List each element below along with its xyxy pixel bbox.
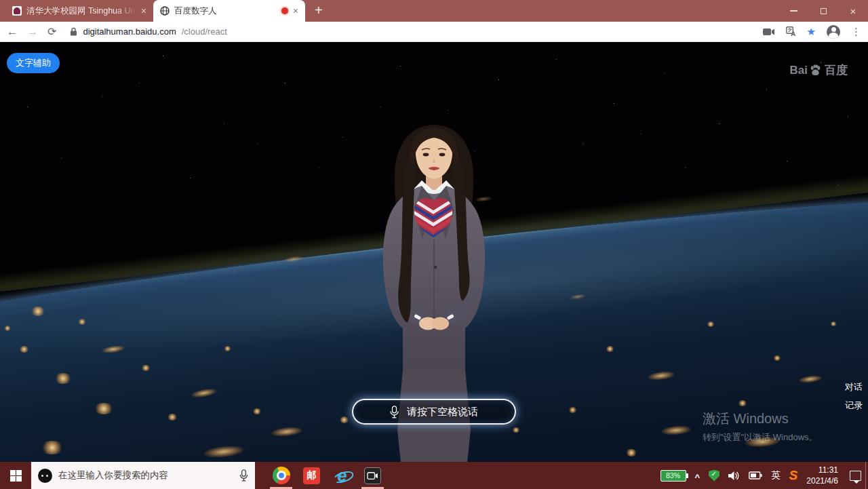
- city-light: [41, 441, 64, 454]
- reload-icon[interactable]: ⟳: [47, 26, 56, 37]
- city-light: [830, 321, 837, 326]
- bookmark-star-icon[interactable]: ★: [807, 26, 816, 38]
- tab-title: 清华大学校园网 Tsinghua Univ: [26, 5, 136, 17]
- taskbar-ie-button[interactable]: e: [327, 462, 357, 489]
- browser-menu-icon[interactable]: ⋮: [851, 26, 861, 38]
- minimize-icon: [790, 10, 797, 12]
- clock-date: 2021/4/6: [806, 475, 838, 486]
- tab-capture-icon[interactable]: [763, 28, 775, 36]
- lock-icon: [70, 27, 77, 36]
- city-light: [141, 365, 151, 371]
- url-path: /cloud/react: [182, 26, 227, 37]
- browser-titlebar: 清华大学校园网 Tsinghua Univ × 百度数字人 × + ×: [0, 0, 868, 22]
- activation-title: 激活 Windows: [703, 410, 818, 428]
- maximize-button[interactable]: [808, 0, 838, 22]
- city-light: [606, 346, 614, 352]
- input-language-indicator[interactable]: 英: [771, 469, 781, 482]
- tray-expand-icon[interactable]: ^: [695, 472, 701, 482]
- taskbar-mail-button[interactable]: 邮: [296, 462, 327, 489]
- tab-close-icon[interactable]: ×: [141, 6, 146, 16]
- recording-indicator-icon: [281, 7, 288, 14]
- action-center-icon[interactable]: [850, 471, 861, 481]
- city-light: [167, 414, 178, 420]
- cortana-icon: [38, 469, 52, 483]
- browser-toolbar: ← → ⟳ digitalhuman.baidu.com/cloud/react…: [0, 22, 868, 42]
- text-assist-button[interactable]: 文字辅助: [7, 53, 60, 73]
- city-light: [252, 408, 262, 414]
- city-light: [94, 403, 114, 414]
- defender-shield-icon[interactable]: [709, 470, 719, 482]
- city-light: [19, 346, 29, 353]
- search-mic-icon[interactable]: [239, 469, 248, 482]
- tab-digital-human[interactable]: 百度数字人 ×: [153, 0, 305, 22]
- baidu-bai-text: Bai: [790, 64, 808, 77]
- globe-favicon-icon: [160, 6, 170, 16]
- tab-title: 百度数字人: [174, 5, 277, 17]
- screen-recorder-icon: [364, 467, 381, 484]
- side-tab-dialog[interactable]: 对话: [845, 381, 863, 393]
- taskbar-chrome-button[interactable]: [266, 462, 296, 489]
- city-light: [78, 319, 86, 325]
- windows-activation-watermark: 激活 Windows 转到"设置"以激活 Windows。: [703, 410, 818, 444]
- city-light: [625, 449, 637, 456]
- clock-time: 11:31: [806, 465, 838, 475]
- microphone-icon: [390, 406, 399, 418]
- new-tab-button[interactable]: +: [315, 3, 323, 17]
- show-desktop-button[interactable]: [865, 462, 868, 489]
- translate-icon[interactable]: [786, 26, 796, 37]
- city-light: [773, 355, 781, 361]
- city-light: [224, 346, 231, 351]
- sogou-input-icon[interactable]: S: [789, 468, 798, 483]
- city-light: [54, 373, 72, 384]
- chrome-icon: [273, 467, 290, 484]
- address-bar[interactable]: digitalhuman.baidu.com/cloud/react: [66, 24, 753, 40]
- windows-taskbar: 在这里输入你要搜索的内容 邮 e 83% ^: [0, 462, 868, 489]
- taskbar-search-input[interactable]: 在这里输入你要搜索的内容: [31, 462, 255, 489]
- back-icon[interactable]: ←: [7, 26, 18, 37]
- taskbar-camera-button[interactable]: [357, 462, 388, 489]
- profile-avatar-icon[interactable]: [827, 25, 840, 39]
- baidu-watermark: Bai 百度: [790, 62, 848, 78]
- toolbar-actions: ★ ⋮: [763, 25, 861, 39]
- tab-tsinghua[interactable]: 清华大学校园网 Tsinghua Univ ×: [5, 0, 153, 22]
- push-to-talk-button[interactable]: 请按下空格说话: [352, 399, 516, 425]
- forward-icon[interactable]: →: [27, 26, 38, 37]
- city-light: [4, 326, 11, 331]
- tab-close-icon[interactable]: ×: [293, 6, 298, 16]
- taskbar-apps: 邮 e: [266, 462, 388, 489]
- start-button[interactable]: [0, 462, 31, 489]
- taskbar-clock[interactable]: 11:31 2021/4/6: [806, 465, 838, 486]
- activation-subtitle: 转到"设置"以激活 Windows。: [703, 431, 818, 444]
- page-viewport: 文字辅助 Bai 百度 请按下空格说话 对话 记录 激活 Windows 转到"…: [0, 42, 868, 462]
- city-light: [738, 400, 747, 406]
- starfield: [0, 42, 1, 43]
- tsinghua-favicon-icon: [12, 6, 22, 16]
- search-placeholder: 在这里输入你要搜索的内容: [58, 469, 233, 482]
- window-controls: ×: [778, 0, 868, 22]
- volume-icon[interactable]: [728, 471, 740, 481]
- url-host: digitalhuman.baidu.com: [83, 26, 176, 37]
- maximize-icon: [821, 8, 827, 14]
- baidu-paw-icon: [809, 64, 822, 77]
- internet-explorer-icon: e: [333, 466, 352, 485]
- minimize-button[interactable]: [778, 0, 808, 22]
- push-to-talk-label: 请按下空格说话: [407, 406, 478, 418]
- side-tab-record[interactable]: 记录: [845, 399, 863, 412]
- side-panel-tabs: 对话 记录: [845, 381, 863, 412]
- windows-logo-icon: [10, 470, 22, 482]
- battery-status-icon[interactable]: 83%: [660, 470, 686, 482]
- battery-tray-icon[interactable]: [749, 471, 762, 480]
- mail-app-icon: 邮: [303, 467, 320, 484]
- city-light: [568, 407, 577, 413]
- system-tray: 83% ^ 英 S 11:31 2021/4/6: [660, 462, 866, 489]
- close-button[interactable]: ×: [838, 0, 868, 22]
- city-light: [707, 321, 715, 327]
- city-light: [31, 307, 45, 316]
- baidu-du-text: 百度: [825, 62, 848, 78]
